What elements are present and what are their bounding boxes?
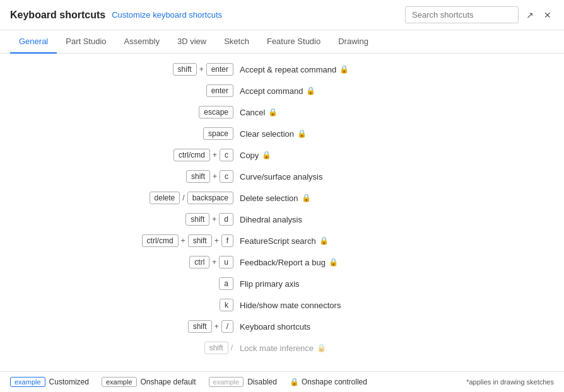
lock-icon: 🔒	[319, 236, 329, 245]
tab-part-studio[interactable]: Part Studio	[57, 30, 115, 54]
shortcut-row: ctrl/cmd+shift+fFeatureScript search🔒	[0, 230, 564, 251]
lock-icon-legend: 🔒	[290, 378, 299, 386]
action-area: Dihedral analysis	[240, 215, 551, 224]
legend-disabled: example Disabled	[209, 377, 277, 387]
keys-area: shift/	[0, 342, 240, 354]
key-badge: shift	[173, 63, 197, 76]
keys-area: shift+c	[0, 170, 240, 183]
shortcut-row: shift+enterAccept & repeat command🔒	[0, 59, 564, 80]
key-badge: escape	[199, 106, 233, 118]
key-badge: enter	[206, 63, 233, 76]
header: Keyboard shortcuts Customize keyboard sh…	[0, 0, 564, 30]
tab-drawing[interactable]: Drawing	[329, 30, 377, 54]
action-label: Dihedral analysis	[240, 215, 302, 224]
main-content: shift+enterAccept & repeat command🔒enter…	[0, 54, 564, 371]
action-area: Feedback/Report a bug🔒	[240, 258, 551, 267]
shortcut-row: ctrl/cmd+cCopy🔒	[0, 144, 564, 166]
key-badge: f	[221, 234, 233, 247]
legend-disabled-key: example	[209, 377, 244, 387]
close-icon[interactable]: ✕	[541, 9, 554, 21]
action-label: FeatureScript search	[240, 236, 316, 246]
shortcuts-list[interactable]: shift+enterAccept & repeat command🔒enter…	[0, 54, 564, 371]
action-label: Curve/surface analysis	[240, 172, 323, 182]
lock-icon: 🔒	[317, 343, 326, 352]
keys-area: ctrl+u	[0, 256, 240, 268]
shortcut-row: kHide/show mate connectors	[0, 294, 564, 316]
action-area: Lock mate inference🔒	[240, 343, 551, 353]
action-label: Cancel	[240, 108, 265, 117]
key-separator: +	[180, 236, 186, 245]
shortcut-row: ctrl+uFeedback/Report a bug🔒	[0, 251, 564, 273]
page-title: Keyboard shortcuts	[10, 9, 105, 21]
action-area: Keyboard shortcuts	[240, 322, 551, 331]
legend-customized-label: Customized	[49, 378, 89, 386]
key-separator: +	[212, 151, 218, 159]
key-badge: enter	[206, 84, 233, 97]
legend-default-label: Onshape default	[141, 378, 196, 386]
action-label: Accept & repeat command	[240, 65, 336, 74]
tab-feature-studio[interactable]: Feature Studio	[258, 30, 329, 54]
action-area: Curve/surface analysis	[240, 172, 551, 182]
shortcut-row: spaceClear selection🔒	[0, 123, 564, 144]
legend-default-key: example	[102, 377, 137, 387]
key-separator: +	[211, 258, 217, 267]
shortcut-row: enterAccept command🔒	[0, 80, 564, 101]
key-badge: ctrl/cmd	[173, 149, 210, 161]
keys-area: ctrl/cmd+c	[0, 149, 240, 161]
tab-assembly[interactable]: Assembly	[115, 30, 168, 54]
key-badge: shift	[188, 320, 212, 333]
key-separator: +	[211, 215, 217, 224]
lock-icon: 🔒	[339, 65, 349, 74]
key-badge: c	[220, 170, 233, 183]
tab-general[interactable]: General	[10, 30, 57, 54]
action-area: Flip primary axis	[240, 279, 551, 289]
action-label: Feedback/Report a bug	[240, 258, 326, 267]
shortcut-row: shift+/Keyboard shortcuts	[0, 316, 564, 337]
keys-area: shift+enter	[0, 63, 240, 76]
key-badge: shift	[204, 342, 228, 354]
tab-3d-view[interactable]: 3D view	[168, 30, 215, 54]
key-badge: u	[219, 256, 233, 268]
key-separator: +	[212, 172, 218, 181]
key-badge: ctrl	[189, 256, 209, 268]
legend-default: example Onshape default	[102, 377, 196, 387]
legend-customized: example Customized	[10, 377, 89, 387]
action-label: Copy	[240, 151, 259, 160]
key-separator: /	[182, 193, 185, 202]
action-area: Delete selection🔒	[240, 193, 551, 203]
keys-area: k	[0, 299, 240, 311]
action-area: Clear selection🔒	[240, 129, 551, 139]
header-right: ↗ ✕	[405, 6, 554, 23]
shortcut-row: delete/backspaceDelete selection🔒	[0, 187, 564, 209]
key-separator: +	[214, 236, 220, 245]
lock-icon: 🔒	[306, 86, 315, 95]
expand-icon[interactable]: ↗	[524, 9, 536, 21]
key-badge: shift	[185, 213, 209, 226]
action-area: Cancel🔒	[240, 108, 551, 117]
action-label: Accept command	[240, 86, 303, 96]
customize-link[interactable]: Customize keyboard shortcuts	[112, 10, 222, 20]
lock-icon: 🔒	[329, 258, 338, 267]
lock-icon: 🔒	[302, 193, 311, 202]
key-badge: c	[220, 149, 233, 161]
key-separator: +	[214, 322, 220, 331]
action-label: Flip primary axis	[240, 279, 300, 289]
lock-icon: 🔒	[262, 151, 271, 159]
action-area: Accept & repeat command🔒	[240, 65, 551, 74]
action-area: FeatureScript search🔒	[240, 236, 551, 246]
key-badge: ctrl/cmd	[142, 234, 179, 247]
key-badge: k	[220, 299, 233, 311]
legend-customized-key: example	[10, 377, 45, 387]
shortcut-row: shift+dDihedral analysis	[0, 209, 564, 230]
action-label: Keyboard shortcuts	[240, 322, 310, 331]
legend-controlled: 🔒 Onshape controlled	[290, 378, 367, 386]
action-label: Hide/show mate connectors	[240, 301, 341, 310]
action-label: Lock mate inference	[240, 343, 314, 353]
key-separator: /	[230, 343, 233, 352]
keys-area: a	[0, 277, 240, 290]
search-input[interactable]	[405, 6, 519, 23]
action-area: Hide/show mate connectors	[240, 301, 551, 310]
key-separator: +	[199, 65, 204, 74]
legend-controlled-label: Onshape controlled	[302, 378, 367, 386]
tab-sketch[interactable]: Sketch	[215, 30, 258, 54]
